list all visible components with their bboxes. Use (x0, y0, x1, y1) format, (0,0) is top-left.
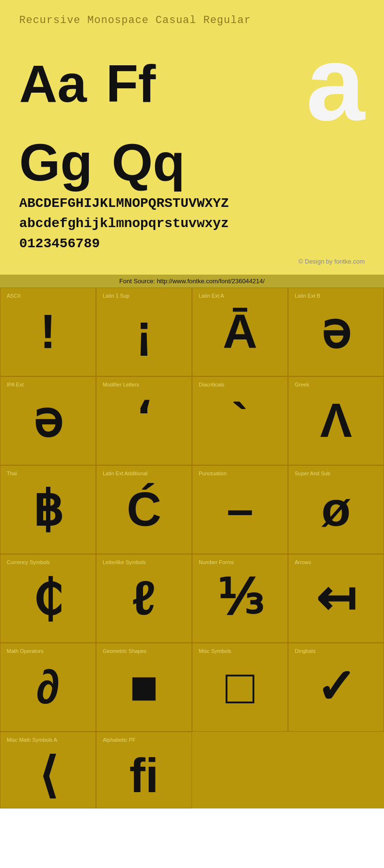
glyph-cell: Thai฿ (0, 465, 96, 554)
glyph-label: Geometric Shapes (99, 648, 146, 654)
copyright: © Design by fontke.com (19, 258, 365, 265)
top-section: Recursive Monospace Casual Regular Aa Ff… (0, 0, 384, 275)
glyph-label: ASCII (3, 293, 21, 299)
glyph-cell: Misc Math Symbols A⟨ (0, 732, 96, 808)
glyph-cell: ASCII! (0, 288, 96, 376)
glyph-char: ə (321, 307, 351, 355)
glyph-cell: Alphabetic PFﬁ (96, 732, 192, 808)
glyph-char: ﬁ (129, 751, 158, 799)
glyph-label: Letterlike Symbols (99, 559, 146, 565)
glyph-char: ⅓ (217, 574, 264, 622)
glyph-label: Arrows (291, 559, 311, 565)
glyph-char: Ā (223, 307, 257, 355)
glyph-label: Diacriticals (195, 382, 224, 387)
source-bar: Font Source: http://www.fontke.com/font/… (0, 275, 384, 288)
glyph-cell: Dingbats✓ (288, 643, 384, 732)
glyph-cell: Math Operators∂ (0, 643, 96, 732)
glyph-char: ↤ (316, 574, 356, 622)
glyph-char: ʻ (136, 396, 152, 444)
char-pair-aa: Aa (19, 57, 87, 110)
glyph-label: Latin Ext A (195, 293, 224, 299)
glyph-char: ⟨ (39, 751, 58, 799)
large-chars-row2: Gg Qq (19, 136, 365, 189)
glyph-cell: Latin Ext Bə (288, 288, 384, 376)
glyph-label: Misc Symbols (195, 648, 231, 654)
glyph-cell: Super And Subø (288, 465, 384, 554)
glyph-grid: ASCII!Latin 1 Sup¡Latin Ext AĀLatin Ext … (0, 288, 384, 808)
glyph-label: Currency Symbols (3, 559, 50, 565)
glyph-label: Modifier Letters (99, 382, 139, 387)
glyph-label: Number Forms (195, 559, 234, 565)
glyph-char: ℓ (132, 574, 156, 622)
glyph-label: Punctuation (195, 470, 227, 476)
glyph-char: ■ (130, 663, 158, 711)
glyph-label: Latin 1 Sup (99, 293, 130, 299)
big-char: a (306, 36, 365, 131)
char-pair-qq: Qq (112, 136, 185, 189)
glyphs-section: ASCII!Latin 1 Sup¡Latin Ext AĀLatin Ext … (0, 288, 384, 808)
glyph-label: Latin Ext Additional (99, 470, 148, 476)
char-pair-gg: Gg (19, 136, 93, 189)
glyph-char: ∂ (36, 663, 60, 711)
glyph-char: ø (321, 485, 350, 533)
glyph-label: Dingbats (291, 648, 315, 654)
glyph-char: ¡ (136, 307, 152, 355)
glyph-char: ` (232, 396, 248, 444)
glyph-char: ə (33, 396, 63, 444)
glyph-cell: Number Forms⅓ (192, 554, 288, 643)
glyph-char: ✓ (316, 663, 356, 711)
glyph-cell: Latin Ext AĀ (192, 288, 288, 376)
glyph-char: Λ (320, 396, 352, 444)
glyph-char: ₵ (33, 574, 63, 622)
glyph-cell: Arrows↤ (288, 554, 384, 643)
alphabet-uppercase: ABCDEFGHIJKLMNOPQRSTUVWXYZ abcdefghijklm… (19, 193, 365, 254)
glyph-char: – (227, 485, 253, 533)
glyph-cell: Geometric Shapes■ (96, 643, 192, 732)
glyph-cell: Punctuation– (192, 465, 288, 554)
glyph-cell: Latin Ext AdditionalĆ (96, 465, 192, 554)
glyph-label: Alphabetic PF (99, 737, 135, 743)
glyph-char: □ (226, 663, 254, 711)
glyph-char: ฿ (33, 485, 63, 533)
glyph-cell: Diacriticals` (192, 376, 288, 465)
glyph-cell: Modifier Lettersʻ (96, 376, 192, 465)
glyph-label: Misc Math Symbols A (3, 737, 57, 743)
glyph-cell: Misc Symbols□ (192, 643, 288, 732)
large-chars-row1: Aa Ff a (19, 36, 365, 131)
glyph-label: IPA Ext (3, 382, 24, 387)
glyph-label: Latin Ext B (291, 293, 320, 299)
glyph-cell: Currency Symbols₵ (0, 554, 96, 643)
glyph-label: Thai (3, 470, 17, 476)
glyph-label: Math Operators (3, 648, 43, 654)
glyph-cell: Latin 1 Sup¡ (96, 288, 192, 376)
glyph-char: Ć (127, 485, 161, 533)
glyph-label: Super And Sub (291, 470, 330, 476)
char-pair-ff: Ff (106, 57, 156, 110)
glyph-cell: Letterlike Symbolsℓ (96, 554, 192, 643)
glyph-cell: GreekΛ (288, 376, 384, 465)
glyph-cell: IPA Extə (0, 376, 96, 465)
glyph-label: Greek (291, 382, 309, 387)
glyph-char: ! (40, 307, 56, 355)
